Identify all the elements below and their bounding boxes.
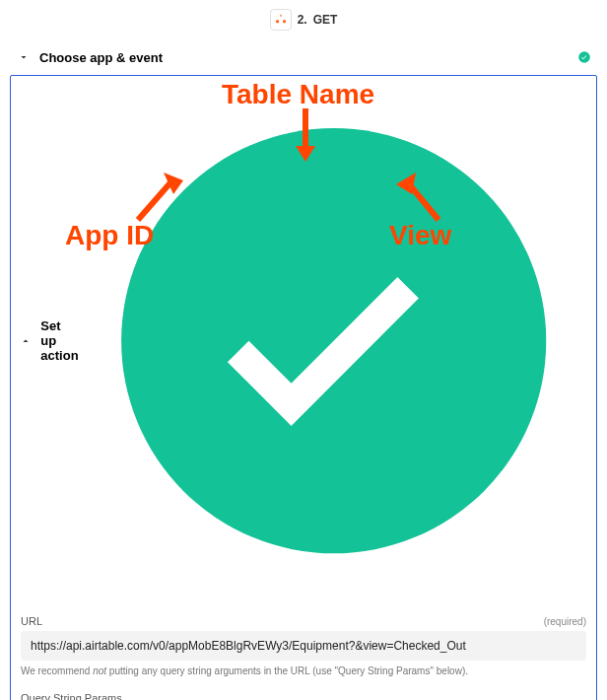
step-number: 2. [298,13,307,27]
section-choose-app-event[interactable]: Choose app & event [10,39,597,75]
section-label: Choose app & event [39,50,577,65]
chevron-up-icon [19,333,33,349]
url-input[interactable]: https://api.airtable.com/v0/appMobE8BlgR… [21,631,586,661]
section-setup-action: Set up action URL (required) https://api… [10,75,597,700]
query-params-label: Query String Params [21,692,122,700]
url-help: We recommend not putting any query strin… [21,665,586,678]
step-name: GET [313,13,338,27]
webhooks-icon [270,9,292,31]
section-setup-header[interactable]: Set up action [11,76,596,605]
required-label: (required) [544,616,586,627]
url-label: URL [21,615,42,627]
checkmark-icon [79,86,588,595]
checkmark-icon [577,50,591,64]
chevron-down-icon [16,49,32,65]
step-header: 2. GET [0,0,607,39]
section-label: Set up action [40,318,78,363]
